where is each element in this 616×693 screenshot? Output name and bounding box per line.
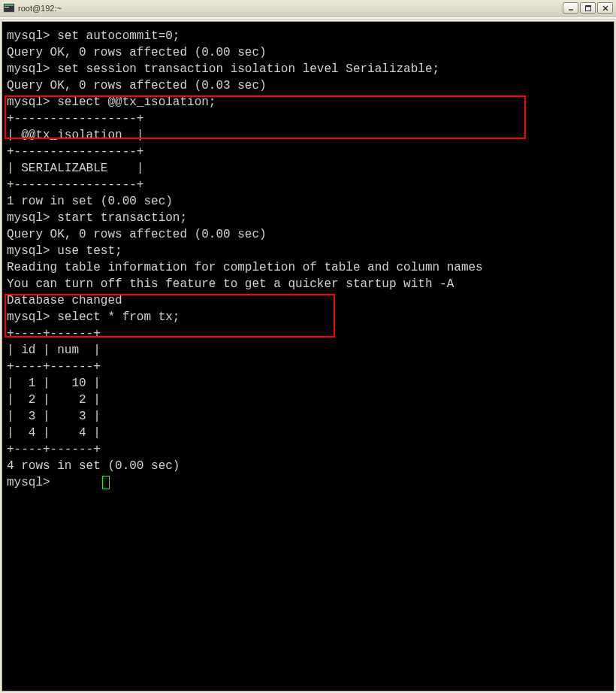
terminal-line: mysql> select @@tx_isolation; (7, 94, 609, 110)
terminal-line: You can turn off this feature to get a q… (7, 276, 609, 292)
terminal-line: 1 row in set (0.00 sec) (7, 193, 609, 210)
app-icon (3, 2, 15, 14)
window-title: root@192:~ (18, 4, 563, 13)
prompt-text: mysql> (7, 476, 57, 489)
cursor (102, 476, 110, 489)
terminal-line: mysql> start transaction; (7, 210, 609, 226)
tab-strip (0, 17, 616, 20)
terminal-line: mysql> set autocommit=0; (7, 28, 609, 44)
svg-rect-2 (5, 7, 9, 8)
terminal-prompt-line: mysql> (7, 474, 609, 491)
terminal-line: Query OK, 0 rows affected (0.03 sec) (7, 77, 609, 94)
terminal-line: | @@tx_isolation | (7, 127, 609, 144)
terminal-line: mysql> set session transaction isolation… (7, 61, 609, 77)
minimize-button[interactable] (563, 2, 578, 14)
close-icon (602, 5, 609, 12)
terminal-line: | 3 | 3 | (7, 408, 609, 425)
svg-rect-1 (5, 5, 14, 6)
terminal-line: +-----------------+ (7, 177, 609, 193)
terminal-line: mysql> use test; (7, 243, 609, 259)
terminal-area[interactable]: mysql> set autocommit=0; Query OK, 0 row… (2, 21, 614, 691)
terminal-line: +----+------+ (7, 441, 609, 458)
terminal-line: +----+------+ (7, 325, 609, 342)
window-controls (563, 2, 613, 14)
terminal-line: Reading table information for completion… (7, 259, 609, 276)
terminal-line: +----+------+ (7, 359, 609, 375)
titlebar: root@192:~ (0, 0, 616, 17)
minimize-icon (567, 5, 575, 12)
terminal-line: | 4 | 4 | (7, 425, 609, 441)
terminal-line: | id | num | (7, 342, 609, 359)
terminal-line: 4 rows in set (0.00 sec) (7, 458, 609, 474)
terminal-line: | 2 | 2 | (7, 392, 609, 408)
terminal-line: | 1 | 10 | (7, 375, 609, 392)
terminal-line: mysql> select * from tx; (7, 309, 609, 325)
terminal-line: | SERIALIZABLE | (7, 160, 609, 177)
close-button[interactable] (597, 2, 613, 14)
maximize-button[interactable] (580, 2, 596, 14)
maximize-icon (584, 5, 592, 12)
terminal-window: root@192:~ mysql> set autocommit=0; Quer… (0, 0, 616, 693)
terminal-line: Database changed (7, 292, 609, 309)
terminal-line: +-----------------+ (7, 110, 609, 127)
terminal-line: Query OK, 0 rows affected (0.00 sec) (7, 44, 609, 61)
terminal-line: +-----------------+ (7, 144, 609, 160)
terminal-line: Query OK, 0 rows affected (0.00 sec) (7, 226, 609, 243)
